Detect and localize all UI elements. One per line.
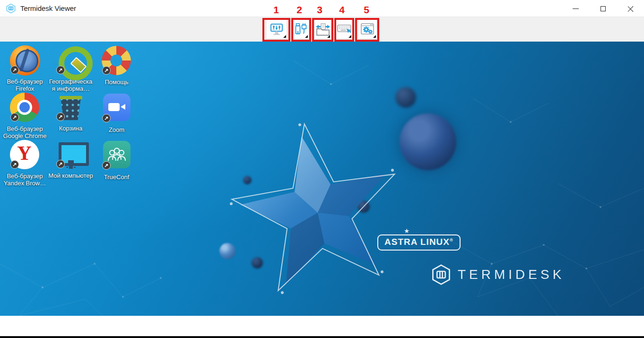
- desktop-icon-trueconf[interactable]: TrueConf: [94, 139, 139, 181]
- termidesk-wallpaper-logo: TERMIDESK: [431, 264, 565, 286]
- desktop-icon-label: Zoom: [94, 126, 139, 133]
- session-settings-button[interactable]: [357, 19, 377, 39]
- maximize-button[interactable]: [589, 0, 617, 17]
- minimize-button[interactable]: [562, 0, 589, 17]
- desktop-icon-firefox[interactable]: Веб-браузер Firefox: [2, 45, 48, 93]
- close-button[interactable]: [617, 0, 644, 17]
- termidesk-viewer-window: Termidesk Viewer: [0, 0, 644, 338]
- shortcut-arrow-icon: [10, 160, 19, 169]
- screen-edge: [0, 336, 644, 338]
- shortcut-arrow-icon: [102, 161, 111, 170]
- dropdown-triangle-icon: [348, 32, 351, 38]
- desktop-icon-trash[interactable]: Корзина: [48, 92, 94, 132]
- shortcut-arrow-icon: [102, 66, 111, 75]
- desktop-icon-zoom[interactable]: Zoom: [94, 92, 139, 133]
- shortcut-arrow-icon: [56, 113, 65, 121]
- shortcut-arrow-icon: [10, 113, 19, 121]
- shortcut-arrow-icon: [56, 66, 65, 74]
- dropdown-triangle-icon: [305, 32, 308, 38]
- desktop-icon-label: Корзина: [48, 125, 94, 132]
- dropdown-triangle-icon: [373, 32, 376, 38]
- window-controls: [562, 0, 644, 17]
- desktop-icon-label: Географическая информа…: [48, 78, 94, 93]
- keyboard-input-button[interactable]: [336, 19, 353, 39]
- titlebar: Termidesk Viewer: [0, 0, 644, 17]
- window-title: Termidesk Viewer: [20, 4, 76, 12]
- remote-desktop[interactable]: Веб-браузер Firefox Географическая инфор…: [0, 42, 644, 316]
- dropdown-triangle-icon: [283, 32, 286, 38]
- maximize-icon: [600, 6, 606, 11]
- desktop-icon-my-computer[interactable]: Мой компьютер: [48, 139, 94, 179]
- termidesk-logo-icon: [6, 3, 16, 14]
- file-transfer-button[interactable]: [314, 19, 331, 39]
- desktop-icon-chrome[interactable]: Веб-браузер Google Chrome: [2, 92, 48, 140]
- usb-devices-button[interactable]: [293, 19, 309, 39]
- shortcut-arrow-icon: [56, 160, 65, 168]
- display-settings-button[interactable]: [266, 19, 287, 39]
- desktop-icon-help[interactable]: Помощь: [94, 45, 139, 86]
- desktop-icon-label: Веб-браузер Google Chrome: [2, 125, 48, 140]
- shortcut-arrow-icon: [102, 114, 111, 122]
- dropdown-triangle-icon: [327, 32, 330, 38]
- close-icon: [627, 6, 634, 12]
- display-settings-icon: [270, 22, 284, 36]
- astra-linux-badge: ASTRA LINUX®: [377, 234, 461, 251]
- desktop-icon-label: Веб-браузер Yandex Brow…: [2, 173, 48, 187]
- astra-badge-star-icon: [400, 227, 413, 234]
- desktop-icon-label: Помощь: [94, 78, 139, 86]
- termidesk-wordmark: TERMIDESK: [458, 267, 565, 283]
- desktop-icon-label: TrueConf: [94, 173, 139, 181]
- registered-mark: ®: [450, 238, 453, 243]
- desktop-icon-label: Веб-браузер Firefox: [2, 78, 48, 93]
- viewer-toolbar: [0, 17, 644, 42]
- desktop-icon-yandex[interactable]: Веб-браузер Yandex Brow…: [2, 139, 48, 187]
- termidesk-hexagon-icon: [431, 264, 451, 286]
- desktop-icon-label: Мой компьютер: [48, 172, 94, 179]
- minimize-icon: [573, 9, 579, 9]
- desktop-icon-qgis[interactable]: Географическая информа…: [48, 45, 94, 93]
- shortcut-arrow-icon: [10, 66, 19, 74]
